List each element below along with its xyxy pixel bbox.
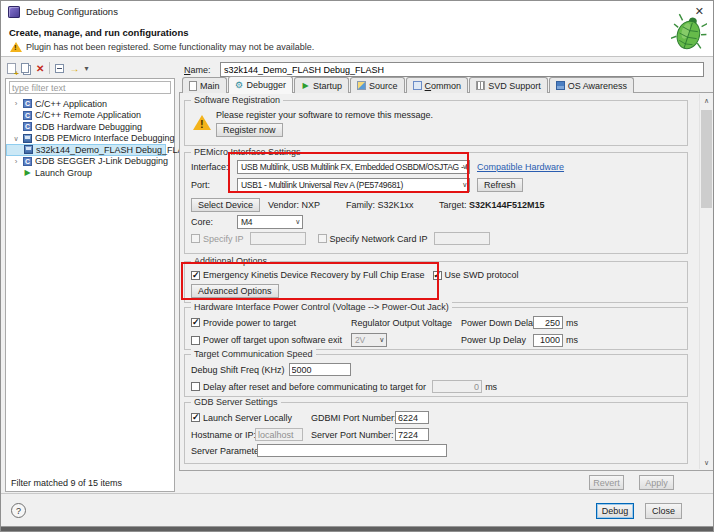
content-scrollbar[interactable]: ∧ ∨ (699, 94, 712, 469)
delay-after-reset-label: Delay after reset and before communicati… (203, 382, 426, 392)
title-bar: Debug Configurations ✕ (1, 1, 713, 23)
specify-ip-label: Specify IP (203, 234, 244, 244)
voltage-dropdown[interactable]: 2V (351, 333, 387, 347)
revert-button[interactable]: Revert (589, 475, 624, 490)
group-title: Software Registration (191, 95, 283, 105)
debug-configurations-dialog: Debug Configurations ✕ Create, manage, a… (0, 0, 714, 532)
register-now-button[interactable]: Register now (216, 123, 283, 137)
ms-label: ms (566, 318, 578, 328)
interface-dropdown[interactable]: USB Multilink, USB Multilink FX, Embedde… (237, 160, 470, 174)
power-up-delay-input[interactable] (533, 334, 563, 347)
c-app-icon (23, 111, 32, 120)
close-button[interactable]: Close (645, 503, 682, 519)
server-params-input[interactable] (257, 444, 447, 457)
tree-item-launch-group[interactable]: Launch Group (6, 167, 174, 179)
filter-input[interactable] (9, 81, 171, 94)
specify-ip-checkbox[interactable] (191, 234, 200, 243)
tree-item-label: GDB PEMicro Interface Debugging (35, 133, 175, 143)
tree-item-cpp-application[interactable]: C/C++ Application (6, 98, 174, 110)
ms-label: ms (485, 382, 497, 392)
specify-nic-checkbox[interactable] (318, 234, 327, 243)
name-input[interactable] (220, 62, 704, 77)
scroll-up-icon[interactable]: ∧ (700, 94, 713, 107)
tab-source[interactable]: Source (350, 77, 405, 93)
pemicro-icon (23, 134, 32, 143)
expander-icon[interactable] (12, 99, 20, 108)
specify-ip-input[interactable] (250, 232, 306, 245)
c-app-icon (23, 99, 32, 108)
tree-item-s32k144-demo-flash[interactable]: s32k144_Demo_FLASH Debug_FLASH (6, 144, 166, 156)
delete-config-icon[interactable] (36, 62, 44, 75)
pemicro-bug-logo (671, 13, 707, 51)
group-title: Target Communication Speed (191, 349, 316, 359)
power-off-checkbox[interactable] (191, 336, 200, 345)
advanced-options-button[interactable]: Advanced Options (191, 284, 279, 298)
c-app-icon (23, 122, 32, 131)
duplicate-config-icon[interactable] (21, 63, 29, 73)
expander-icon[interactable] (12, 134, 20, 143)
debugger-tab-icon (235, 81, 244, 90)
delay-after-reset-checkbox[interactable] (191, 382, 200, 391)
tree-item-label: C/C++ Remote Application (35, 110, 141, 120)
tree-item-cpp-remote[interactable]: C/C++ Remote Application (6, 110, 174, 122)
power-off-label: Power off target upon software exit (203, 335, 342, 345)
launch-server-checkbox[interactable] (191, 413, 200, 422)
apply-button[interactable]: Apply (639, 475, 674, 490)
header-warning-text: Plugin has not been registered. Some fun… (26, 42, 314, 52)
compatible-hardware-link[interactable]: Compatible Hardware (477, 162, 564, 172)
window-bottom-edge (1, 527, 713, 531)
new-config-icon[interactable] (7, 63, 16, 74)
scroll-down-icon[interactable]: ∨ (700, 456, 713, 469)
launch-config-sidebar: C/C++ Application C/C++ Remote Applicati… (5, 78, 175, 492)
additional-options-group: Additional Options Emergency Kinetis Dev… (184, 261, 688, 303)
collapse-all-icon[interactable] (55, 64, 64, 73)
select-device-button[interactable]: Select Device (191, 198, 260, 212)
tab-debugger[interactable]: Debugger (228, 76, 294, 93)
debug-button[interactable]: Debug (596, 503, 634, 519)
tree-item-gdb-segger[interactable]: GDB SEGGER J-Link Debugging (6, 156, 174, 168)
dialog-header: Create, manage, and run configurations P… (1, 23, 713, 56)
power-down-delay-label: Power Down Delay (461, 318, 533, 328)
tree-item-gdb-pemicro[interactable]: GDB PEMicro Interface Debugging (6, 133, 174, 145)
help-button[interactable]: ? (11, 503, 26, 518)
specify-nic-label: Specify Network Card IP (330, 234, 428, 244)
tab-startup[interactable]: Startup (294, 77, 349, 93)
tab-common[interactable]: Common (406, 77, 469, 93)
swd-protocol-checkbox[interactable] (433, 271, 442, 280)
tab-os-awareness[interactable]: OS Awareness (549, 77, 634, 93)
core-dropdown[interactable]: M4 (237, 215, 303, 229)
provide-power-checkbox[interactable] (191, 318, 200, 327)
refresh-button[interactable]: Refresh (477, 178, 523, 192)
tab-main[interactable]: Main (182, 77, 227, 93)
hostname-input[interactable] (255, 428, 303, 441)
launch-group-icon (23, 168, 32, 177)
scrollbar-thumb[interactable] (701, 110, 712, 208)
tab-svd-support[interactable]: SVD Support (469, 77, 548, 93)
provide-power-label: Provide power to target (203, 318, 296, 328)
toolbar-separator (49, 62, 50, 74)
port-dropdown[interactable]: USB1 - Multilink Universal Rev A (PE5749… (237, 178, 470, 192)
kinetis-recovery-label: Emergency Kinetis Device Recovery by Ful… (203, 270, 425, 280)
group-title: PEMicro Interface Settings (191, 147, 304, 157)
power-up-delay-label: Power Up Delay (461, 335, 533, 345)
swd-protocol-label: Use SWD protocol (445, 270, 519, 280)
core-label: Core: (191, 217, 237, 227)
expander-icon[interactable] (12, 157, 20, 166)
tree-item-label: C/C++ Application (35, 99, 107, 109)
registration-message: Please register your software to remove … (185, 110, 687, 120)
debug-shift-freq-label: Debug Shift Freq (KHz) (191, 365, 285, 375)
header-title: Create, manage, and run configurations (9, 27, 188, 38)
server-port-input[interactable] (395, 428, 429, 441)
gdbmi-port-input[interactable] (395, 411, 429, 424)
specify-nic-input[interactable] (434, 232, 490, 245)
debug-shift-freq-input[interactable] (289, 363, 351, 376)
power-down-delay-input[interactable] (533, 316, 563, 329)
delay-after-reset-input[interactable] (432, 380, 482, 393)
pemicro-icon (24, 145, 33, 154)
startup-tab-icon (301, 81, 310, 90)
group-title: GDB Server Settings (191, 397, 281, 407)
view-menu-icon[interactable] (84, 62, 88, 75)
filter-config-icon[interactable] (69, 62, 79, 75)
kinetis-recovery-checkbox[interactable] (191, 271, 200, 280)
tree-item-gdb-hardware[interactable]: GDB Hardware Debugging (6, 121, 174, 133)
